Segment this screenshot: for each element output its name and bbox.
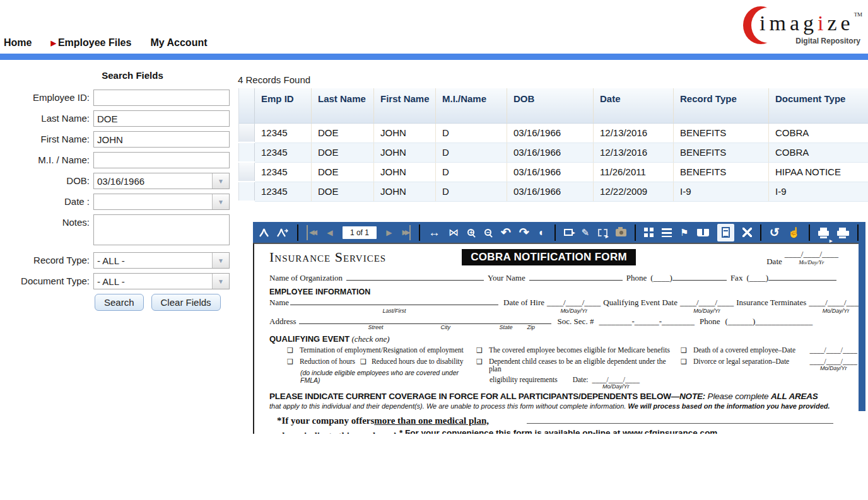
last-name-field[interactable] (93, 110, 230, 127)
refresh-icon[interactable]: ↺ (770, 225, 780, 240)
column-header-mi-name[interactable]: M.I./Name (436, 88, 507, 123)
date-field[interactable] (93, 194, 230, 210)
clear-fields-button[interactable]: Clear Fields (151, 294, 221, 311)
mi-name-field[interactable] (93, 152, 230, 168)
doc-address-line: Address Street City State Zip Soc. Sec. … (254, 314, 859, 327)
doc-name-line: Name Last/First Date of Hire ____/____/_… (254, 296, 859, 314)
first-page-icon[interactable]: ◀◀ (307, 225, 317, 240)
globe-icon[interactable]: ◐ (537, 225, 546, 240)
pdf-export-icon[interactable] (277, 225, 289, 240)
snapshot-camera-icon[interactable] (616, 225, 626, 240)
select-region-icon[interactable] (598, 225, 607, 240)
table-row[interactable]: 12345 DOE JOHN D 03/16/1966 12/13/2016 B… (239, 123, 868, 142)
cell-last-name: DOE (312, 162, 374, 182)
print-icon[interactable] (837, 225, 849, 240)
zoom-in-icon[interactable]: + (467, 225, 476, 240)
date-label: Date : (0, 194, 93, 210)
nav-my-account[interactable]: My Account (150, 37, 207, 49)
annotate-icon[interactable]: ✎ (581, 225, 590, 240)
table-row[interactable]: 12345 DOE JOHN D 03/16/1966 11/26/2011 B… (239, 162, 868, 182)
bookmark-flag-icon[interactable]: ⚑ (680, 225, 689, 240)
table-row[interactable]: 12345 DOE JOHN D 03/16/1966 12/22/2009 I… (239, 182, 868, 201)
chevron-down-icon: ▼ (218, 199, 224, 206)
last-page-icon[interactable]: ▶▶ (402, 225, 411, 240)
table-row[interactable]: 12345 DOE JOHN D 03/16/1966 12/13/2016 B… (239, 142, 868, 162)
viewer-scrollbar[interactable] (859, 243, 865, 411)
pdf-icon[interactable] (259, 225, 269, 240)
cell-record-type: BENEFITS (674, 123, 769, 142)
column-header-dob[interactable]: DOB (507, 88, 594, 123)
logo-tagline: Digital Repository (795, 37, 860, 45)
full-screen-icon[interactable] (742, 225, 752, 240)
document-preview: Insurance Services COBRA NOTIFICATION FO… (253, 243, 859, 434)
last-name-label: Last Name: (0, 110, 93, 127)
column-header-date[interactable]: Date (594, 88, 674, 123)
page-indicator[interactable]: 1 of 1 (343, 226, 377, 239)
search-panel-title: Search Fields (63, 70, 202, 81)
top-navigation: Home ▶Employee Files My Account (4, 37, 208, 49)
first-name-field[interactable] (93, 131, 230, 148)
toolbar-separator (554, 224, 556, 241)
column-header-emp-id[interactable]: Emp ID (255, 88, 312, 123)
document-type-select[interactable] (93, 273, 230, 289)
date-dropdown-button[interactable]: ▼ (212, 194, 229, 209)
column-header-last-name[interactable]: Last Name (312, 88, 374, 123)
previous-page-icon[interactable]: ◀ (326, 225, 334, 240)
doc-form-title: COBRA NOTIFICATION FORM (462, 249, 636, 265)
selector-column-header (239, 88, 255, 123)
send-document-icon[interactable] (564, 225, 573, 240)
search-form: Employee ID: Last Name: First Name: M.I.… (0, 90, 232, 311)
print-selection-icon[interactable]: ▸ (818, 225, 829, 240)
row-selector[interactable] (239, 182, 255, 201)
column-header-document-type[interactable]: Document Type (769, 88, 868, 123)
nav-my-account-label: My Account (150, 37, 207, 49)
nav-home[interactable]: Home (4, 37, 32, 49)
cell-first-name: JOHN (374, 142, 436, 162)
list-view-icon[interactable] (662, 225, 672, 240)
column-header-record-type[interactable]: Record Type (674, 88, 769, 123)
search-button[interactable]: Search (95, 294, 144, 311)
dob-label: DOB: (0, 173, 93, 189)
cell-record-type: BENEFITS (674, 142, 769, 162)
row-selector[interactable] (239, 142, 255, 162)
notes-field[interactable] (93, 214, 230, 245)
dob-field[interactable] (93, 173, 230, 189)
row-selector[interactable] (239, 162, 255, 182)
record-type-dropdown-button[interactable]: ▼ (212, 253, 229, 268)
book-view-icon[interactable] (697, 225, 709, 240)
header-divider-bar (0, 54, 868, 60)
cell-date: 11/26/2011 (594, 162, 674, 182)
cell-document-type: I-9 (769, 182, 868, 201)
column-header-first-name[interactable]: First Name (374, 88, 436, 123)
zoom-out-icon[interactable]: − (484, 225, 493, 240)
row-selector[interactable] (239, 123, 255, 142)
employee-id-field[interactable] (93, 90, 230, 106)
fit-width-icon[interactable]: ↔ (428, 225, 440, 240)
document-type-dropdown-button[interactable]: ▼ (212, 274, 229, 289)
hand-tool-icon[interactable]: ☝ (788, 225, 801, 240)
cell-document-type: HIPAA NOTICE (769, 162, 868, 182)
cell-mi-name: D (436, 162, 507, 182)
toolbar-separator (297, 224, 298, 241)
cell-emp-id: 12345 (255, 142, 312, 162)
cell-record-type: BENEFITS (674, 162, 769, 182)
fit-page-icon[interactable]: ⋈ (449, 225, 459, 240)
single-page-view-icon[interactable] (717, 224, 734, 241)
dob-dropdown-button[interactable]: ▼ (212, 173, 229, 189)
doc-company-name: Insurance Services (269, 249, 386, 265)
record-type-select[interactable] (93, 252, 230, 269)
cell-document-type: COBRA (769, 142, 868, 162)
thumbnails-icon[interactable] (644, 225, 654, 240)
nav-employee-files[interactable]: ▶Employee Files (50, 37, 131, 49)
next-page-icon[interactable]: ▶ (385, 225, 394, 240)
cell-record-type: I-9 (674, 182, 769, 201)
record-type-label: Record Type: (0, 252, 93, 269)
doc-date-block: Date____/____/____Mo/Day/Yr (766, 249, 850, 267)
employee-id-label: Employee ID: (0, 90, 93, 106)
rotate-right-icon[interactable]: ↷ (519, 225, 529, 240)
cell-first-name: JOHN (374, 162, 436, 182)
checkbox-icon: ❑ (681, 346, 687, 354)
rotate-left-icon[interactable]: ↶ (501, 225, 511, 240)
toolbar-separator (635, 224, 636, 241)
cell-last-name: DOE (312, 142, 374, 162)
